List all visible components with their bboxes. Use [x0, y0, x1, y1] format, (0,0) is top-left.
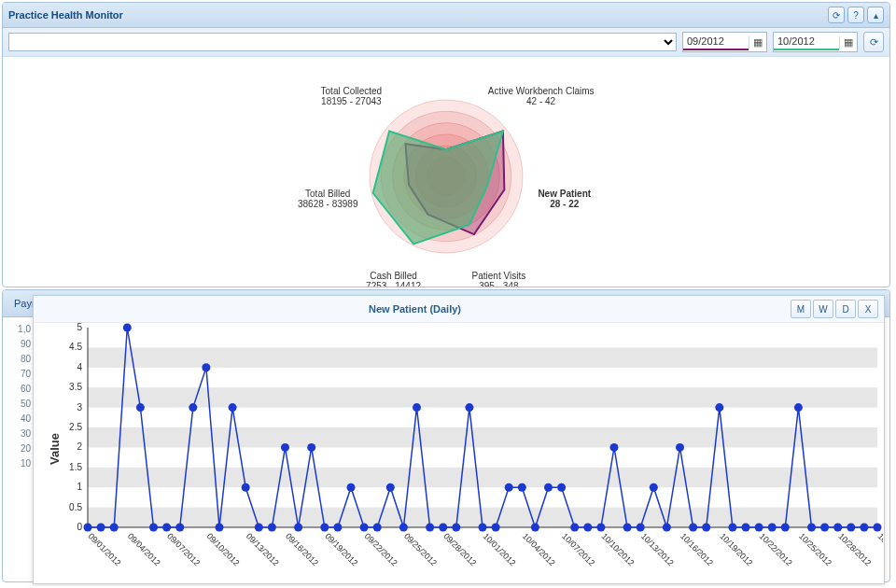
svg-text:10/13/2012: 10/13/2012 [639, 531, 676, 567]
week-button[interactable]: W [813, 300, 833, 318]
svg-point-77 [807, 524, 816, 532]
svg-text:10/16/2012: 10/16/2012 [679, 531, 715, 567]
svg-point-29 [175, 524, 184, 532]
daily-chart-overlay: New Patient (Daily) M W D X Value 00.511… [33, 295, 885, 584]
date-from-underline [683, 49, 749, 50]
svg-point-68 [689, 524, 697, 532]
svg-point-43 [360, 524, 369, 532]
svg-point-74 [768, 524, 777, 532]
svg-point-46 [399, 524, 408, 532]
view-buttons: M W D X [791, 300, 878, 318]
svg-text:09/13/2012: 09/13/2012 [245, 531, 281, 567]
svg-point-58 [557, 483, 566, 492]
svg-rect-16 [88, 387, 877, 407]
svg-point-64 [637, 524, 645, 532]
svg-text:1: 1 [77, 482, 82, 492]
svg-point-35 [255, 524, 263, 532]
background-y-axis: 1,0908070605040302010 [5, 324, 31, 473]
svg-point-26 [136, 403, 145, 412]
svg-point-38 [294, 524, 302, 532]
panel-header: Practice Health Monitor ⟳ ? ▴ [3, 3, 889, 28]
practice-health-panel: Practice Health Monitor ⟳ ? ▴ ▦ ▦ ⟳ Dail… [2, 2, 890, 287]
svg-text:1.5: 1.5 [69, 462, 82, 472]
svg-text:2: 2 [77, 441, 82, 452]
svg-point-61 [596, 524, 605, 532]
svg-text:09/04/2012: 09/04/2012 [126, 531, 162, 567]
date-to-input[interactable] [774, 34, 839, 49]
svg-point-25 [123, 324, 132, 332]
svg-point-24 [110, 524, 119, 532]
svg-point-52 [479, 524, 487, 532]
svg-point-54 [505, 483, 513, 492]
svg-point-50 [452, 524, 460, 532]
svg-text:10/10/2012: 10/10/2012 [599, 531, 636, 567]
svg-point-28 [162, 524, 171, 532]
svg-point-49 [439, 524, 447, 532]
svg-point-82 [874, 524, 882, 532]
close-button[interactable]: X [858, 300, 878, 318]
metric-select[interactable] [8, 33, 677, 51]
y-axis-label: Value [48, 433, 62, 465]
toolbar: ▦ ▦ ⟳ [3, 28, 889, 57]
panel-title: Practice Health Monitor [8, 9, 825, 21]
svg-point-75 [781, 524, 790, 532]
svg-point-27 [149, 524, 158, 532]
svg-text:09/25/2012: 09/25/2012 [402, 531, 439, 567]
svg-point-41 [333, 524, 342, 532]
month-button[interactable]: M [791, 300, 811, 318]
svg-text:3.5: 3.5 [69, 382, 82, 392]
radar-svg: Daily No Future Appts0 - 0Active Workben… [185, 63, 707, 287]
svg-point-45 [386, 483, 395, 492]
date-to-box: ▦ [773, 32, 858, 52]
svg-point-33 [229, 403, 237, 412]
svg-text:10/04/2012: 10/04/2012 [521, 531, 557, 567]
svg-point-65 [650, 483, 658, 492]
date-from-box: ▦ [682, 32, 767, 52]
svg-text:10/07/2012: 10/07/2012 [560, 531, 596, 567]
calendar-icon[interactable]: ▦ [749, 36, 766, 49]
svg-point-62 [610, 443, 619, 452]
refresh-icon[interactable]: ⟳ [828, 7, 845, 23]
svg-point-32 [216, 524, 224, 532]
svg-text:09/22/2012: 09/22/2012 [363, 531, 399, 567]
svg-point-30 [189, 403, 197, 412]
svg-point-81 [860, 524, 868, 532]
svg-text:10/31/2012: 10/31/2012 [876, 531, 883, 567]
svg-point-66 [663, 524, 671, 532]
svg-point-60 [583, 524, 592, 532]
svg-point-47 [413, 403, 421, 412]
overlay-title: New Patient (Daily) [39, 303, 791, 315]
svg-text:09/07/2012: 09/07/2012 [165, 531, 202, 567]
help-icon[interactable]: ? [847, 7, 864, 23]
svg-text:5: 5 [77, 322, 82, 332]
svg-text:09/28/2012: 09/28/2012 [441, 531, 478, 567]
svg-text:10/01/2012: 10/01/2012 [482, 531, 518, 567]
svg-text:4: 4 [77, 362, 82, 372]
svg-text:09/19/2012: 09/19/2012 [323, 531, 359, 567]
svg-point-69 [702, 524, 710, 532]
date-to-underline [774, 49, 839, 50]
reload-button[interactable]: ⟳ [863, 32, 884, 52]
svg-point-51 [465, 403, 473, 412]
svg-point-67 [676, 443, 684, 452]
svg-point-53 [492, 524, 500, 532]
svg-text:0.5: 0.5 [69, 502, 82, 512]
collapse-icon[interactable]: ▴ [867, 7, 884, 23]
svg-point-59 [570, 524, 579, 532]
svg-point-48 [426, 524, 434, 532]
svg-point-73 [755, 524, 763, 532]
date-from-input[interactable] [683, 34, 749, 49]
overlay-header: New Patient (Daily) M W D X [34, 296, 884, 323]
svg-text:0: 0 [77, 522, 82, 532]
svg-point-22 [84, 524, 92, 532]
svg-point-76 [794, 403, 803, 412]
svg-point-40 [320, 524, 329, 532]
svg-point-72 [742, 524, 750, 532]
calendar-icon[interactable]: ▦ [839, 36, 857, 49]
svg-text:10/28/2012: 10/28/2012 [836, 531, 873, 567]
svg-point-23 [97, 524, 105, 532]
radar-chart: Daily No Future Appts0 - 0Active Workben… [3, 57, 889, 287]
svg-point-34 [242, 483, 250, 492]
svg-point-56 [531, 524, 539, 532]
day-button[interactable]: D [835, 300, 856, 318]
